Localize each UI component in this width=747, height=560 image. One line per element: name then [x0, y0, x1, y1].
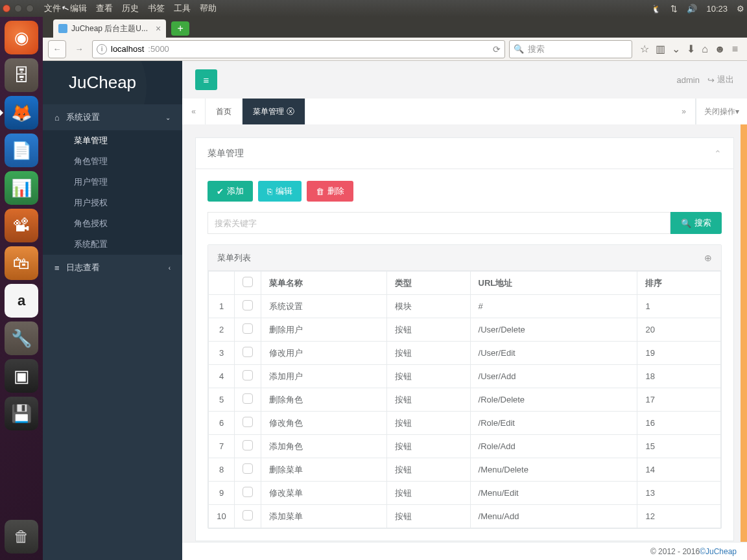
os-menu-item[interactable]: 工具	[174, 3, 191, 14]
table-row[interactable]: 7 添加角色 按钮 /Role/Add 15	[209, 435, 721, 458]
sidebar-item[interactable]: 用户管理	[43, 172, 182, 192]
launcher-trash[interactable]: 🗑	[5, 520, 38, 554]
launcher-disk[interactable]: 💾	[5, 397, 38, 430]
browser-search[interactable]: 🔍 搜索	[509, 40, 632, 58]
close-ops-label: 关闭操作	[704, 106, 735, 117]
table-row[interactable]: 4 添加用户 按钮 /User/Add 18	[209, 365, 721, 388]
home-icon[interactable]: ⌂	[702, 43, 708, 55]
search-icon: 🔍	[514, 44, 524, 54]
os-menu-item[interactable]: 编辑	[70, 3, 87, 14]
clock[interactable]: 10:23	[706, 4, 728, 14]
search-input[interactable]	[208, 212, 670, 234]
sidebar-item[interactable]: 角色授权	[43, 213, 182, 234]
logout-button[interactable]: ↪ 退出	[707, 74, 734, 86]
launcher-firefox[interactable]: 🦊	[5, 96, 38, 130]
table-row[interactable]: 9 修改菜单 按钮 /Menu/Edit 13	[209, 482, 721, 505]
table-row[interactable]: 3 修改用户 按钮 /User/Edit 19	[209, 342, 721, 365]
toggle-sidebar-button[interactable]: ≡	[195, 69, 217, 90]
close-tab-icon[interactable]: ×	[156, 23, 161, 34]
row-checkbox[interactable]	[243, 323, 253, 334]
back-button[interactable]: ←	[48, 40, 66, 58]
cell-url: #	[470, 295, 637, 318]
launcher-calc[interactable]: 📊	[5, 171, 38, 205]
forward-button[interactable]: →	[70, 40, 88, 58]
sidebar-item[interactable]: 菜单管理	[43, 130, 182, 151]
launcher-amazon[interactable]: a	[5, 284, 38, 318]
os-menu-item[interactable]: 帮助	[200, 3, 217, 14]
launcher-settings[interactable]: 🔧	[5, 321, 38, 355]
os-menu-item[interactable]: 书签	[148, 3, 165, 14]
col-url: URL地址	[470, 272, 637, 295]
close-window-icon[interactable]	[3, 5, 10, 12]
checkbox-all[interactable]	[243, 277, 253, 287]
row-checkbox[interactable]	[243, 487, 253, 497]
table-row[interactable]: 10 添加菜单 按钮 /Menu/Add 12	[209, 505, 721, 528]
os-menu-item[interactable]: 查看	[96, 3, 113, 14]
table-row[interactable]: 1 系统设置 模块 # 1	[209, 295, 721, 318]
sidebar-item[interactable]: 系统配置	[43, 234, 182, 255]
launcher-dash[interactable]: ◉	[5, 21, 38, 54]
sidebar-item[interactable]: 角色管理	[43, 151, 182, 172]
tab-strip: JuCheap 后台主题U... × +	[43, 17, 747, 38]
sidebar-group-system[interactable]: ⌂ 系统设置 ⌄	[43, 104, 182, 130]
chat-icon[interactable]: ☻	[715, 43, 726, 55]
network-icon[interactable]: ⇅	[670, 4, 678, 14]
row-checkbox[interactable]	[243, 440, 253, 450]
gear-icon[interactable]: ⚙	[737, 4, 744, 14]
search-button[interactable]: 🔍搜索	[670, 212, 722, 234]
launcher-files[interactable]: 🗄	[5, 58, 38, 92]
os-menu-item[interactable]: 历史	[122, 3, 139, 14]
window-controls	[3, 5, 34, 12]
tab-home[interactable]: 首页	[206, 99, 243, 124]
launcher-software[interactable]: 🛍	[5, 246, 38, 280]
collapse-icon[interactable]: ⌃	[714, 148, 722, 159]
cell-url: /Menu/Delete	[470, 458, 637, 482]
row-checkbox[interactable]	[243, 417, 253, 427]
library-icon[interactable]: ▥	[656, 43, 665, 55]
sidebar-group-logs[interactable]: ≡ 日志查看 ‹	[43, 255, 182, 281]
bookmark-star-icon[interactable]: ☆	[640, 43, 649, 55]
downloads-icon[interactable]: ⬇	[687, 43, 695, 55]
row-checkbox[interactable]	[243, 510, 253, 520]
unity-launcher: ◉ 🗄 🦊 📄 📊 📽 🛍 a 🔧 ▣ 💾 🗑	[0, 17, 43, 560]
reload-icon[interactable]: ⟳	[493, 44, 501, 54]
launcher-terminal[interactable]: ▣	[5, 359, 38, 393]
close-operations-dropdown[interactable]: 关闭操作 ▾	[696, 99, 747, 124]
cell-checkbox	[235, 365, 261, 388]
row-checkbox[interactable]	[243, 463, 253, 474]
minimize-window-icon[interactable]	[14, 5, 22, 12]
row-checkbox[interactable]	[243, 370, 253, 380]
username-label[interactable]: admin	[677, 75, 700, 85]
delete-button[interactable]: 🗑删除	[307, 181, 353, 202]
row-checkbox[interactable]	[243, 347, 253, 357]
tab-menu-mgmt[interactable]: 菜单管理 ⓧ	[243, 99, 305, 124]
add-button[interactable]: ✔添加	[208, 181, 253, 202]
page: JuCheap ⌂ 系统设置 ⌄ 菜单管理角色管理用户管理用户授权角色授权系统配…	[43, 61, 747, 560]
close-icon[interactable]: ⓧ	[287, 106, 294, 117]
tab-scroll-right[interactable]: »	[672, 99, 696, 124]
hamburger-icon[interactable]: ≡	[732, 43, 738, 55]
table-row[interactable]: 6 修改角色 按钮 /Role/Edit 16	[209, 412, 721, 435]
table-row[interactable]: 2 删除用户 按钮 /User/Delete 20	[209, 318, 721, 342]
browser-tab[interactable]: JuCheap 后台主题U... ×	[53, 19, 166, 38]
footer-link[interactable]: ©JuCheap	[700, 547, 737, 556]
new-tab-button[interactable]: +	[171, 21, 189, 36]
launcher-writer[interactable]: 📄	[5, 134, 38, 167]
tab-scroll-left[interactable]: «	[182, 99, 206, 124]
cell-order: 15	[637, 435, 721, 458]
maximize-window-icon[interactable]	[26, 5, 34, 12]
edit-button[interactable]: ⎘编辑	[258, 181, 302, 202]
launcher-impress[interactable]: 📽	[5, 209, 38, 242]
pocket-icon[interactable]: ⌄	[672, 43, 680, 55]
table-row[interactable]: 8 删除菜单 按钮 /Menu/Delete 14	[209, 458, 721, 482]
site-info-icon[interactable]: i	[97, 44, 107, 54]
volume-icon[interactable]: 🔊	[687, 4, 697, 14]
add-row-icon[interactable]: ⊕	[704, 253, 712, 263]
os-topbar: 文件编辑查看历史书签工具帮助 🐧 ⇅ 🔊 10:23 ⚙	[0, 0, 747, 17]
table-row[interactable]: 5 删除角色 按钮 /Role/Delete 17	[209, 388, 721, 412]
url-bar[interactable]: i localhost:5000 ⟳	[92, 40, 505, 58]
row-checkbox[interactable]	[243, 300, 253, 310]
os-menu-item[interactable]: 文件	[44, 3, 61, 14]
row-checkbox[interactable]	[243, 393, 253, 404]
sidebar-item[interactable]: 用户授权	[43, 192, 182, 213]
